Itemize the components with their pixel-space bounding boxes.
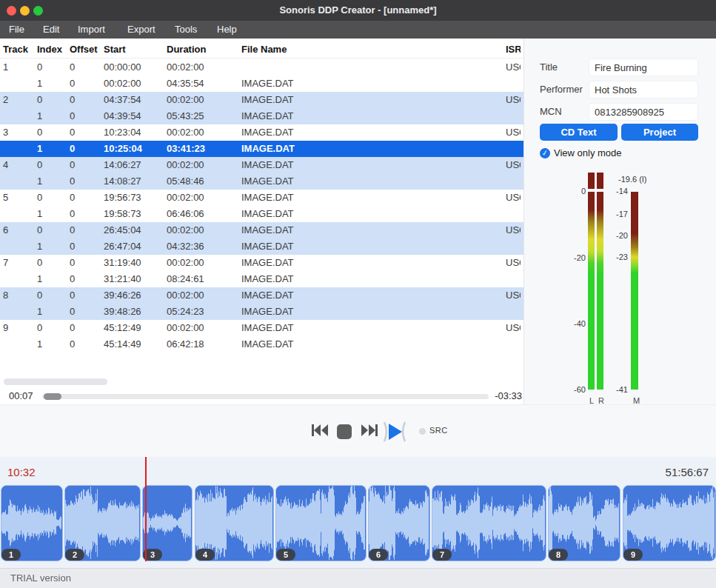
cell-start: 14:08:27 [101, 173, 164, 190]
track-table-panel: TrackIndexOffsetStartDurationFile NameIS… [0, 39, 523, 404]
table-row[interactable]: 30010:23:0400:02:00IMAGE.DATUSQ [0, 124, 523, 141]
meter-bar-right [597, 192, 603, 390]
cell-offset: 0 [67, 173, 101, 190]
cell-index: 1 [34, 336, 67, 353]
cell-index: 0 [34, 255, 67, 271]
seek-slider[interactable] [42, 394, 489, 399]
cell-file: IMAGE.DAT [238, 255, 503, 271]
window-title: Sonoris DDP Creator - [unnamed*] [0, 0, 716, 21]
table-row[interactable]: 50019:56:7300:02:00IMAGE.DATUSQ [0, 190, 523, 206]
segment-number-badge: 7 [432, 549, 452, 561]
cell-offset: 0 [67, 92, 101, 108]
column-header-isrc[interactable]: ISRC [503, 41, 521, 59]
cell-track: 1 [0, 59, 34, 76]
cell-duration: 03:41:23 [164, 141, 238, 157]
cell-offset: 0 [67, 304, 101, 320]
column-header-track[interactable]: Track [0, 41, 34, 59]
cell-start: 19:58:73 [101, 206, 164, 222]
table-row[interactable]: 20004:37:5400:02:00IMAGE.DATUSQ [0, 92, 523, 108]
cell-index: 0 [34, 157, 67, 173]
meter-tick-lr: -60 [561, 385, 586, 394]
table-row[interactable]: 1010:25:0403:41:23IMAGE.DAT [0, 141, 523, 157]
table-row[interactable]: 1004:39:5405:43:25IMAGE.DAT [0, 108, 523, 124]
menu-item-edit[interactable]: Edit [43, 21, 59, 39]
cell-start: 26:47:04 [101, 238, 164, 255]
app-window: Sonoris DDP Creator - [unnamed*] FileEdi… [0, 0, 716, 588]
table-row[interactable]: 90045:12:4900:02:00IMAGE.DATUSQ [0, 320, 523, 336]
cell-duration: 06:46:06 [164, 206, 238, 222]
cell-isrc [503, 271, 521, 287]
cell-duration: 08:24:61 [164, 271, 238, 287]
cell-index: 1 [34, 173, 67, 190]
table-row[interactable]: 1045:14:4906:42:18IMAGE.DAT [0, 336, 523, 353]
column-header-file[interactable]: File Name [238, 41, 503, 59]
cell-start: 39:46:26 [101, 287, 164, 304]
column-header-offset[interactable]: Offset [67, 41, 101, 59]
cell-offset: 0 [67, 222, 101, 238]
play-button[interactable] [382, 420, 407, 444]
cell-index: 1 [34, 141, 67, 157]
remaining-time: -03:33 [495, 388, 522, 404]
elapsed-time: 00:07 [9, 388, 33, 404]
playhead-line[interactable] [145, 457, 147, 561]
table-row[interactable]: 40014:06:2700:02:00IMAGE.DATUSQ [0, 157, 523, 173]
cell-offset: 0 [67, 206, 101, 222]
cell-track: 8 [0, 287, 34, 304]
cell-offset: 0 [67, 76, 101, 92]
menu-item-import[interactable]: Import [78, 21, 105, 39]
stop-button[interactable] [335, 423, 353, 441]
table-row[interactable]: 1031:21:4008:24:61IMAGE.DAT [0, 271, 523, 287]
previous-track-button[interactable] [311, 423, 328, 438]
menu-item-help[interactable]: Help [217, 21, 237, 39]
cell-file: IMAGE.DAT [238, 320, 503, 336]
waveform-canvas [432, 486, 545, 560]
table-row[interactable]: 1000:02:0004:35:54IMAGE.DAT [0, 76, 523, 92]
cell-index: 1 [34, 271, 67, 287]
cell-file: IMAGE.DAT [238, 336, 503, 353]
menu-item-tools[interactable]: Tools [175, 21, 197, 39]
cell-isrc [503, 76, 521, 92]
column-header-index[interactable]: Index [34, 41, 67, 59]
meter-tick-loudness: -20 [603, 231, 628, 240]
menu-item-file[interactable]: File [9, 21, 24, 39]
seek-slider-thumb[interactable] [44, 393, 61, 400]
table-row[interactable]: 1019:58:7306:46:06IMAGE.DAT [0, 206, 523, 222]
cell-duration: 00:02:00 [164, 92, 238, 108]
cell-isrc: USQ [503, 255, 521, 271]
table-row[interactable]: 70031:19:4000:02:00IMAGE.DATUSQ [0, 255, 523, 271]
src-radio-button[interactable] [419, 428, 426, 435]
cell-start: 39:48:26 [101, 304, 164, 320]
next-track-button[interactable] [361, 423, 378, 438]
table-row[interactable]: 10000:00:0000:02:00USQ [0, 59, 523, 76]
cell-duration: 05:24:23 [164, 304, 238, 320]
cell-isrc [503, 108, 521, 124]
cell-duration: 05:43:25 [164, 108, 238, 124]
table-row[interactable]: 60026:45:0400:02:00IMAGE.DATUSQ [0, 222, 523, 238]
meter-tick-loudness: -23 [603, 253, 628, 261]
cell-start: 14:06:27 [101, 157, 164, 173]
table-row[interactable]: 80039:46:2600:02:00IMAGE.DATUSQ [0, 287, 523, 304]
table-header: TrackIndexOffsetStartDurationFile NameIS… [0, 41, 523, 59]
cell-offset: 0 [67, 190, 101, 206]
cell-start: 31:21:40 [101, 271, 164, 287]
cell-isrc [503, 304, 521, 320]
meter-left-overload-cap [588, 173, 595, 189]
cell-duration: 00:02:00 [164, 222, 238, 238]
cell-start: 45:14:49 [101, 336, 164, 353]
table-row[interactable]: 1014:08:2705:48:46IMAGE.DAT [0, 173, 523, 190]
cell-file: IMAGE.DAT [238, 238, 503, 255]
horizontal-scrollbar-thumb[interactable] [4, 378, 107, 385]
cell-index: 1 [34, 108, 67, 124]
cell-offset: 0 [67, 238, 101, 255]
cell-isrc: USQ [503, 190, 521, 206]
title-bar: Sonoris DDP Creator - [unnamed*] [0, 0, 716, 21]
table-row[interactable]: 1026:47:0404:32:36IMAGE.DAT [0, 238, 523, 255]
column-header-start[interactable]: Start [101, 41, 164, 59]
column-header-duration[interactable]: Duration [164, 41, 238, 59]
meter-bar-loudness [631, 192, 638, 390]
cell-isrc [503, 238, 521, 255]
table-row[interactable]: 1039:48:2605:24:23IMAGE.DAT [0, 304, 523, 320]
segment-number-badge: 9 [623, 549, 643, 561]
menu-item-export[interactable]: Export [127, 21, 155, 39]
cell-isrc: USQ [503, 157, 521, 173]
